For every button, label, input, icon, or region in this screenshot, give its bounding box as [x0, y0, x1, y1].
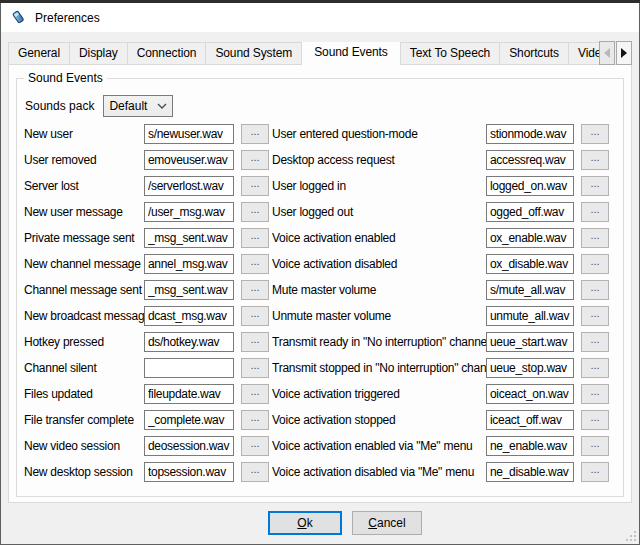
- sound-file-input[interactable]: [486, 332, 574, 352]
- tab-sound-events[interactable]: Sound Events: [301, 42, 401, 65]
- browse-button[interactable]: ...: [581, 436, 609, 456]
- sound-file-input[interactable]: [486, 384, 574, 404]
- browse-button[interactable]: ...: [581, 332, 609, 352]
- tab-connection[interactable]: Connection: [127, 42, 207, 65]
- browse-button[interactable]: ...: [241, 176, 269, 196]
- browse-button[interactable]: ...: [241, 150, 269, 170]
- sound-file-input[interactable]: [144, 124, 234, 144]
- tab-sound-system[interactable]: Sound System: [205, 42, 302, 65]
- sound-file-input[interactable]: [486, 176, 574, 196]
- sound-event-label: User removed: [24, 153, 144, 167]
- sound-file-input[interactable]: [486, 124, 574, 144]
- sound-event-row: Voice activation enabled ...: [272, 225, 609, 251]
- tab-shortcuts[interactable]: Shortcuts: [499, 42, 569, 65]
- browse-button[interactable]: ...: [581, 306, 609, 326]
- sound-file-input[interactable]: [486, 436, 574, 456]
- sound-event-row: Hotkey pressed ...: [24, 329, 269, 355]
- sound-event-label: Voice activation disabled via "Me" menu: [272, 465, 486, 479]
- sound-event-row: Channel message sent ...: [24, 277, 269, 303]
- sound-event-row: Files updated ...: [24, 381, 269, 407]
- sound-event-label: New video session: [24, 439, 144, 453]
- browse-button[interactable]: ...: [241, 254, 269, 274]
- sound-event-label: Transmit stopped in "No interruption" ch…: [272, 361, 486, 375]
- browse-button[interactable]: ...: [581, 176, 609, 196]
- sound-file-input[interactable]: [486, 228, 574, 248]
- sound-event-row: Transmit ready in "No interruption" chan…: [272, 329, 609, 355]
- sound-event-label: Hotkey pressed: [24, 335, 144, 349]
- browse-button[interactable]: ...: [241, 410, 269, 430]
- sound-file-input[interactable]: [144, 228, 234, 248]
- sound-event-label: Files updated: [24, 387, 144, 401]
- sound-event-label: User entered question-mode: [272, 127, 486, 141]
- browse-button[interactable]: ...: [581, 462, 609, 482]
- browse-button[interactable]: ...: [241, 462, 269, 482]
- sound-file-input[interactable]: [486, 202, 574, 222]
- sound-file-input[interactable]: [486, 254, 574, 274]
- sounds-pack-selected-value: Default: [109, 99, 157, 113]
- sound-event-label: New user message: [24, 205, 144, 219]
- sound-file-input[interactable]: [486, 280, 574, 300]
- tab-scroll-left-button[interactable]: [599, 41, 615, 65]
- tab-general[interactable]: General: [8, 42, 70, 65]
- sound-event-label: File transfer complete: [24, 413, 144, 427]
- browse-button[interactable]: ...: [581, 202, 609, 222]
- browse-button[interactable]: ...: [241, 280, 269, 300]
- sound-file-input[interactable]: [144, 410, 234, 430]
- sound-event-row: Voice activation triggered ...: [272, 381, 609, 407]
- browse-button[interactable]: ...: [581, 358, 609, 378]
- sound-file-input[interactable]: [144, 176, 234, 196]
- sound-event-label: User logged out: [272, 205, 486, 219]
- sound-event-label: Voice activation enabled: [272, 231, 486, 245]
- sound-event-row: Voice activation disabled via "Me" menu …: [272, 459, 609, 485]
- sound-file-input[interactable]: [144, 462, 234, 482]
- browse-button[interactable]: ...: [241, 358, 269, 378]
- sound-file-input[interactable]: [486, 462, 574, 482]
- browse-button[interactable]: ...: [241, 332, 269, 352]
- resize-grip[interactable]: [626, 531, 636, 541]
- sound-file-input[interactable]: [486, 150, 574, 170]
- browse-button[interactable]: ...: [241, 124, 269, 144]
- sound-events-left-column: New user ... User removed ... Server los…: [24, 121, 269, 485]
- sound-event-row: Voice activation disabled ...: [272, 251, 609, 277]
- browse-button[interactable]: ...: [581, 124, 609, 144]
- sound-event-label: User logged in: [272, 179, 486, 193]
- browse-button[interactable]: ...: [581, 280, 609, 300]
- cancel-button[interactable]: Cancel: [352, 511, 422, 535]
- sound-event-label: Desktop access request: [272, 153, 486, 167]
- sound-file-input[interactable]: [144, 150, 234, 170]
- tab-scroll-right-button[interactable]: [616, 41, 632, 65]
- browse-button[interactable]: ...: [581, 228, 609, 248]
- sound-event-row: Channel silent ...: [24, 355, 269, 381]
- browse-button[interactable]: ...: [241, 436, 269, 456]
- sound-file-input[interactable]: [486, 306, 574, 326]
- sound-file-input[interactable]: [144, 280, 234, 300]
- sounds-pack-dropdown[interactable]: Default: [103, 95, 173, 117]
- sound-file-input[interactable]: [486, 410, 574, 430]
- sound-file-input[interactable]: [144, 254, 234, 274]
- ok-button[interactable]: Ok: [268, 511, 342, 535]
- sound-file-input[interactable]: [486, 358, 574, 378]
- browse-button[interactable]: ...: [581, 384, 609, 404]
- sound-file-input[interactable]: [144, 306, 234, 326]
- sound-file-input[interactable]: [144, 332, 234, 352]
- tab-display[interactable]: Display: [69, 42, 128, 65]
- browse-button[interactable]: ...: [581, 254, 609, 274]
- sound-event-label: Private message sent: [24, 231, 144, 245]
- title-bar[interactable]: Preferences: [1, 3, 639, 32]
- sound-event-label: Channel message sent: [24, 283, 144, 297]
- sound-event-label: Voice activation stopped: [272, 413, 486, 427]
- sound-file-input[interactable]: [144, 358, 234, 378]
- sound-event-label: Voice activation triggered: [272, 387, 486, 401]
- browse-button[interactable]: ...: [581, 150, 609, 170]
- browse-button[interactable]: ...: [241, 202, 269, 222]
- sound-file-input[interactable]: [144, 384, 234, 404]
- browse-button[interactable]: ...: [581, 410, 609, 430]
- sound-file-input[interactable]: [144, 436, 234, 456]
- browse-button[interactable]: ...: [241, 228, 269, 248]
- browse-button[interactable]: ...: [241, 384, 269, 404]
- tab-text-to-speech[interactable]: Text To Speech: [400, 42, 500, 65]
- sound-file-input[interactable]: [144, 202, 234, 222]
- teamtalk-app-icon: [10, 9, 27, 26]
- sound-event-row: New broadcast message ...: [24, 303, 269, 329]
- browse-button[interactable]: ...: [241, 306, 269, 326]
